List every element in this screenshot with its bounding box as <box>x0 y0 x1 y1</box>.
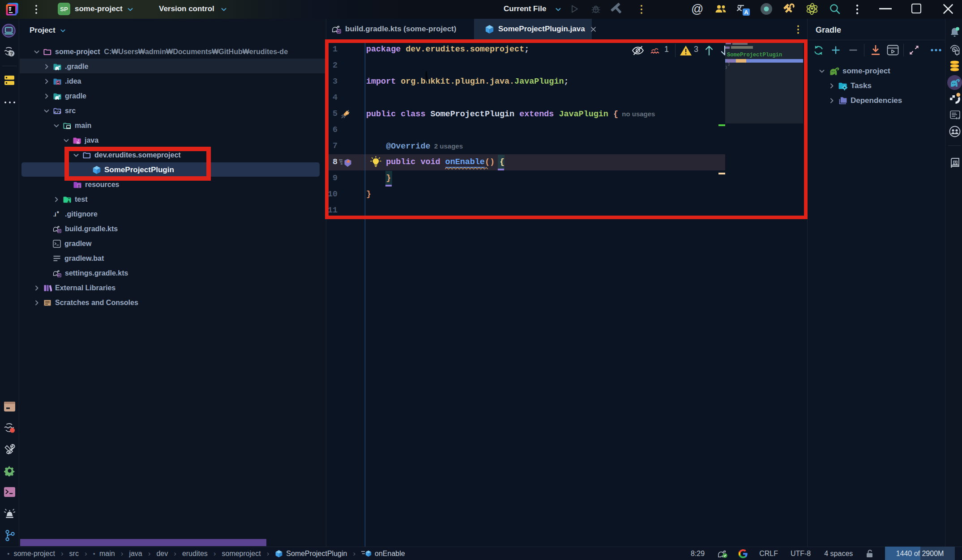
svg-text:</>: </> <box>54 110 61 115</box>
svg-text:.i: .i <box>53 212 56 218</box>
svg-text:A: A <box>744 9 748 16</box>
svg-text:*: * <box>57 210 59 216</box>
svg-text:?: ? <box>10 51 13 56</box>
svg-text:A: A <box>954 161 957 165</box>
